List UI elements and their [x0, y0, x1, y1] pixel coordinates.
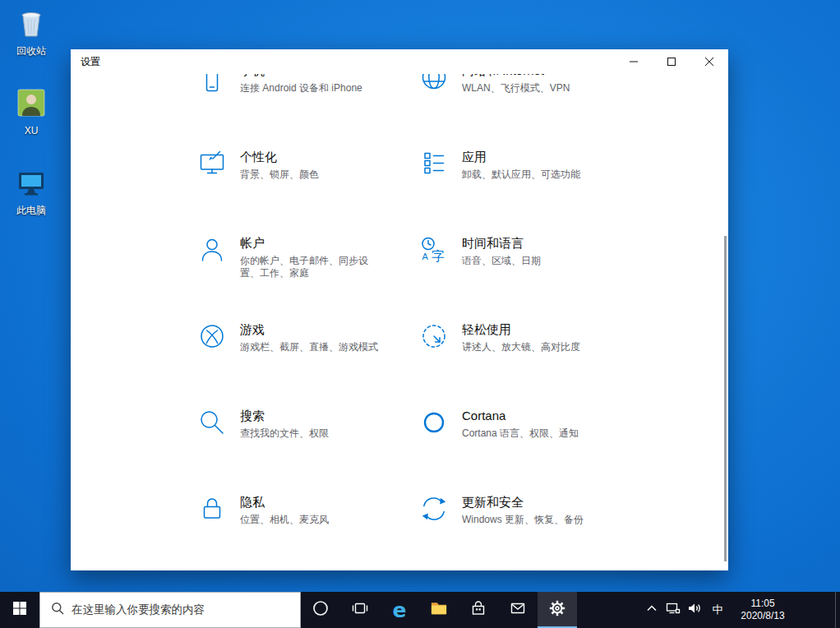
maximize-icon — [667, 58, 676, 66]
search-icon — [197, 408, 227, 437]
task-view-button[interactable] — [340, 592, 380, 628]
network-button[interactable] — [662, 592, 684, 628]
edge-button[interactable]: e — [380, 592, 419, 628]
taskbar: 在这里输入你要搜索的内容 e — [0, 592, 840, 628]
category-subtitle: 背景、锁屏、颜色 — [240, 169, 319, 181]
category-subtitle: 讲述人、放大镜、高对比度 — [462, 341, 580, 353]
cortana-icon — [419, 408, 449, 437]
taskbar-search-box[interactable]: 在这里输入你要搜索的内容 — [39, 592, 301, 628]
settings-category-update-security[interactable]: 更新和安全 Windows 更新、恢复、备份 — [419, 492, 641, 570]
settings-category-privacy[interactable]: 隐私 位置、相机、麦克风 — [197, 492, 419, 570]
category-subtitle: 游戏栏、截屏、直播、游戏模式 — [240, 341, 378, 353]
system-tray: 中 11:05 2020/8/13 — [641, 592, 840, 628]
settings-category-gaming[interactable]: 游戏 游戏栏、截屏、直播、游戏模式 — [197, 320, 419, 406]
tray-spacer — [796, 592, 835, 628]
lock-icon — [197, 494, 227, 524]
desktop-icon-label: 回收站 — [16, 45, 46, 57]
desktop-icon-user-files[interactable]: XU — [5, 86, 58, 136]
user-picture-icon — [15, 86, 48, 122]
recycle-bin-icon — [15, 7, 48, 43]
settings-category-time-language[interactable]: A 字 时间和语言 语音、区域、日期 — [419, 233, 641, 320]
category-title: 轻松使用 — [462, 321, 580, 337]
tray-overflow-button[interactable] — [641, 592, 662, 628]
settings-app-button[interactable] — [538, 592, 577, 628]
cortana-button[interactable] — [301, 592, 340, 628]
category-subtitle: Cortana 语言、权限、通知 — [462, 427, 579, 440]
gear-icon — [548, 599, 566, 621]
volume-button[interactable] — [684, 592, 705, 628]
folder-icon — [430, 599, 448, 621]
cortana-icon — [312, 600, 329, 620]
computer-icon — [15, 166, 48, 202]
clock-date: 2020/8/13 — [741, 610, 784, 622]
desktop-icon-recycle-bin[interactable]: 回收站 — [5, 7, 58, 57]
settings-category-apps[interactable]: 应用 卸载、默认应用、可选功能 — [419, 147, 641, 233]
settings-category-grid: 手机 连接 Android 设备和 iPhone 网络 — [197, 74, 728, 570]
edge-icon: e — [393, 600, 407, 621]
category-title: 隐私 — [240, 494, 329, 510]
category-subtitle: 查找我的文件、权限 — [240, 427, 329, 440]
chevron-up-icon — [645, 602, 658, 618]
ime-indicator[interactable]: 中 — [705, 592, 730, 628]
minimize-icon — [630, 58, 638, 66]
category-title: 网络和 Internet — [462, 74, 570, 78]
taskbar-clock[interactable]: 11:05 2020/8/13 — [730, 592, 796, 628]
category-subtitle: 位置、相机、麦克风 — [240, 514, 329, 526]
window-controls — [615, 49, 728, 74]
minimize-button[interactable] — [615, 49, 653, 74]
clock-time: 11:05 — [750, 598, 774, 610]
category-title: 应用 — [462, 149, 580, 164]
settings-category-search[interactable]: 搜索 查找我的文件、权限 — [197, 406, 419, 492]
scrollbar[interactable] — [724, 236, 727, 561]
apps-icon — [419, 149, 449, 178]
start-button[interactable] — [0, 592, 39, 628]
settings-window: 设置 — [71, 49, 728, 570]
speaker-icon — [687, 601, 702, 619]
personalization-icon — [197, 149, 227, 178]
network-ethernet-icon — [666, 601, 681, 619]
window-title: 设置 — [71, 55, 615, 69]
maximize-button[interactable] — [653, 49, 690, 74]
globe-icon — [419, 74, 449, 92]
windows-logo-icon — [12, 601, 27, 619]
ease-of-access-icon — [419, 321, 449, 351]
settings-category-accounts[interactable]: 帐户 你的帐户、电子邮件、同步设置、工作、家庭 — [197, 233, 419, 320]
settings-content: 手机 连接 Android 设备和 iPhone 网络 — [71, 74, 728, 570]
update-refresh-icon — [419, 494, 449, 524]
category-title: Cortana — [462, 408, 579, 423]
settings-category-cortana[interactable]: Cortana Cortana 语言、权限、通知 — [419, 406, 641, 492]
settings-category-ease-of-access[interactable]: 轻松使用 讲述人、放大镜、高对比度 — [419, 320, 641, 406]
category-title: 时间和语言 — [462, 235, 541, 251]
category-title: 手机 — [240, 74, 362, 78]
settings-titlebar[interactable]: 设置 — [71, 49, 728, 74]
category-subtitle: 连接 Android 设备和 iPhone — [240, 82, 362, 95]
task-view-icon — [352, 600, 368, 620]
phone-icon — [197, 74, 227, 92]
svg-text:A: A — [422, 252, 429, 261]
xbox-icon — [197, 321, 227, 351]
category-subtitle: WLAN、飞行模式、VPN — [462, 82, 570, 95]
show-desktop-button[interactable] — [835, 592, 840, 628]
time-language-icon: A 字 — [419, 235, 449, 265]
store-button[interactable] — [459, 592, 498, 628]
settings-category-phone[interactable]: 手机 连接 Android 设备和 iPhone — [197, 74, 419, 147]
search-placeholder: 在这里输入你要搜索的内容 — [72, 603, 205, 617]
store-bag-icon — [470, 600, 487, 620]
close-button[interactable] — [690, 49, 728, 74]
desktop-icon-label: XU — [25, 125, 39, 136]
category-subtitle: 你的帐户、电子邮件、同步设置、工作、家庭 — [240, 255, 386, 279]
settings-category-network[interactable]: 网络和 Internet WLAN、飞行模式、VPN — [419, 74, 641, 147]
desktop-icon-this-pc[interactable]: 此电脑 — [5, 166, 58, 216]
file-explorer-button[interactable] — [419, 592, 459, 628]
mail-envelope-icon — [510, 600, 526, 620]
desktop-icon-label: 此电脑 — [16, 205, 46, 216]
category-title: 帐户 — [240, 235, 386, 251]
search-icon — [51, 602, 64, 618]
svg-text:字: 字 — [432, 249, 445, 263]
category-title: 更新和安全 — [462, 494, 584, 510]
accounts-icon — [197, 235, 227, 265]
settings-category-personalization[interactable]: 个性化 背景、锁屏、颜色 — [197, 147, 419, 233]
mail-button[interactable] — [498, 592, 538, 628]
category-subtitle: Windows 更新、恢复、备份 — [462, 514, 584, 526]
category-title: 搜索 — [240, 408, 329, 423]
